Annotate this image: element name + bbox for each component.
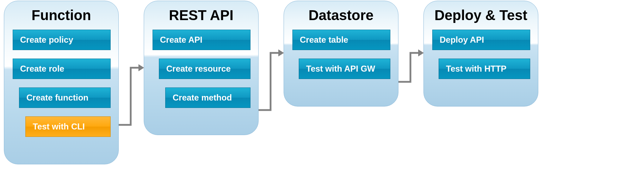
step-create-method: Create method bbox=[165, 87, 250, 108]
step-create-role: Create role bbox=[13, 59, 111, 79]
connector-3 bbox=[398, 47, 424, 83]
step-create-function: Create function bbox=[19, 87, 111, 108]
connector-2 bbox=[259, 47, 284, 111]
step-label: Create table bbox=[300, 35, 348, 45]
card-title: Deploy & Test bbox=[432, 7, 530, 23]
step-label: Create role bbox=[20, 64, 64, 74]
step-test-with-api-gw: Test with API GW bbox=[299, 59, 390, 79]
card-deploy-test: Deploy & Test Deploy API Test with HTTP bbox=[423, 1, 538, 107]
step-label: Create policy bbox=[20, 35, 73, 45]
step-label: Deploy API bbox=[440, 35, 484, 45]
card-title: Datastore bbox=[292, 7, 390, 23]
card-title: REST API bbox=[153, 7, 250, 23]
step-create-policy: Create policy bbox=[13, 30, 111, 50]
step-create-api: Create API bbox=[153, 30, 250, 50]
step-deploy-api: Deploy API bbox=[432, 30, 530, 50]
step-label: Test with HTTP bbox=[446, 64, 507, 74]
step-label: Create resource bbox=[166, 64, 231, 74]
step-label: Create method bbox=[173, 93, 232, 103]
connector-1 bbox=[119, 61, 144, 126]
card-function: Function Create policy Create role Creat… bbox=[4, 1, 119, 164]
diagram-canvas: Function Create policy Create role Creat… bbox=[0, 0, 644, 194]
svg-marker-1 bbox=[278, 49, 284, 56]
card-title: Function bbox=[13, 7, 110, 23]
card-rest-api: REST API Create API Create resource Crea… bbox=[144, 1, 259, 135]
step-label: Test with API GW bbox=[306, 64, 375, 74]
step-create-table: Create table bbox=[292, 30, 390, 50]
step-label: Test with CLI bbox=[33, 122, 85, 132]
step-label: Create function bbox=[26, 93, 88, 103]
step-test-with-http: Test with HTTP bbox=[439, 59, 530, 79]
svg-marker-2 bbox=[418, 49, 424, 56]
step-label: Create API bbox=[160, 35, 203, 45]
card-datastore: Datastore Create table Test with API GW bbox=[284, 1, 398, 107]
svg-marker-0 bbox=[138, 64, 144, 71]
step-create-resource: Create resource bbox=[159, 59, 250, 79]
step-test-with-cli: Test with CLI bbox=[25, 116, 111, 137]
